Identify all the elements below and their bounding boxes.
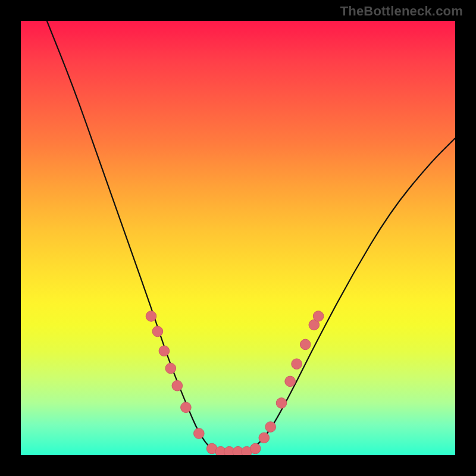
highlight-dot: [159, 346, 170, 356]
highlight-dot: [181, 402, 192, 413]
bottleneck-curve: [47, 21, 455, 453]
highlight-dots: [146, 311, 324, 455]
highlight-dot: [172, 380, 183, 391]
highlight-dot: [152, 326, 163, 337]
highlight-dot: [285, 376, 296, 387]
highlight-dot: [276, 398, 287, 409]
highlight-dot: [300, 339, 311, 350]
highlight-dot: [165, 363, 176, 374]
highlight-dot: [265, 422, 276, 433]
highlight-dot: [194, 428, 205, 439]
watermark-text: TheBottleneck.com: [340, 4, 463, 19]
highlight-dot: [250, 443, 261, 454]
curve-layer: [21, 21, 455, 455]
highlight-dot: [146, 311, 156, 322]
plot-area: [21, 21, 455, 455]
highlight-dot: [313, 311, 324, 322]
highlight-dot: [259, 433, 270, 443]
chart-container: TheBottleneck.com: [0, 0, 476, 476]
highlight-dot: [292, 359, 302, 369]
